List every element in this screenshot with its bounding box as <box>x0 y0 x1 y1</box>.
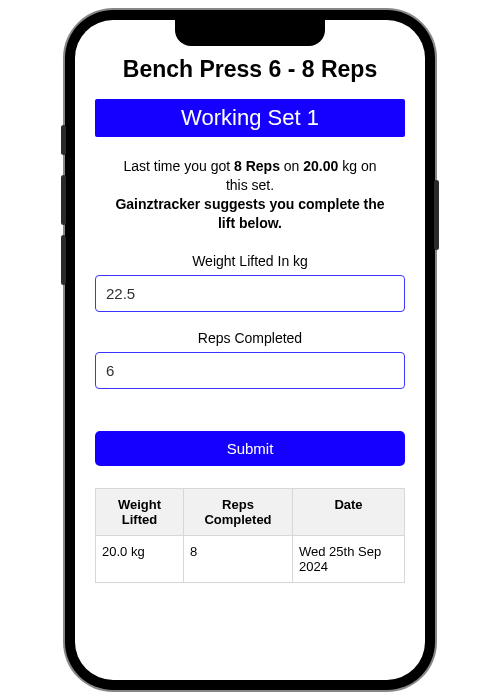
phone-power-button <box>434 180 439 250</box>
page-title: Bench Press 6 - 8 Reps <box>95 56 405 83</box>
weight-lifted-label: Weight Lifted In kg <box>95 253 405 269</box>
reps-completed-label: Reps Completed <box>95 330 405 346</box>
phone-volume-down <box>61 235 66 285</box>
suggestion-prefix: Last time you got <box>124 158 235 174</box>
phone-volume-up <box>61 175 66 225</box>
phone-frame: Bench Press 6 - 8 Reps Working Set 1 Las… <box>65 10 435 690</box>
history-cell-weight: 20.0 kg <box>96 535 184 582</box>
history-col-date: Date <box>293 488 405 535</box>
weight-lifted-input[interactable] <box>95 275 405 312</box>
suggestion-last-weight: 20.00 <box>303 158 338 174</box>
phone-notch <box>175 20 325 46</box>
submit-button[interactable]: Submit <box>95 431 405 466</box>
reps-completed-input[interactable] <box>95 352 405 389</box>
last-set-suggestion: Last time you got 8 Reps on 20.00 kg on … <box>95 157 405 233</box>
history-col-weight: Weight Lifted <box>96 488 184 535</box>
phone-silent-switch <box>61 125 66 155</box>
history-col-reps: Reps Completed <box>183 488 292 535</box>
history-cell-date: Wed 25th Sep 2024 <box>293 535 405 582</box>
history-table: Weight Lifted Reps Completed Date 20.0 k… <box>95 488 405 583</box>
phone-screen: Bench Press 6 - 8 Reps Working Set 1 Las… <box>75 20 425 680</box>
history-cell-reps: 8 <box>183 535 292 582</box>
history-header-row: Weight Lifted Reps Completed Date <box>96 488 405 535</box>
working-set-banner: Working Set 1 <box>95 99 405 137</box>
history-row: 20.0 kg 8 Wed 25th Sep 2024 <box>96 535 405 582</box>
suggestion-mid: on <box>280 158 303 174</box>
suggestion-last-reps: 8 Reps <box>234 158 280 174</box>
suggestion-cta: Gainztracker suggests you complete the l… <box>115 196 384 231</box>
